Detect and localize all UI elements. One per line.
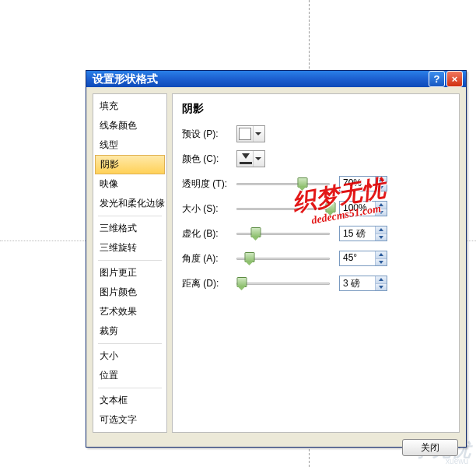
spinner[interactable]: 70%	[339, 176, 387, 191]
sidebar-item-10[interactable]: 图片更正	[93, 263, 166, 283]
shadow-panel: 阴影 预设 (P): 颜色 (C): 透明度 (T):70%大小 (S):100…	[172, 93, 460, 433]
slider-thumb[interactable]	[298, 177, 306, 191]
param-label: 角度 (A):	[182, 252, 236, 265]
spinner[interactable]: 15 磅	[339, 226, 387, 241]
sidebar-item-18[interactable]: 文本框	[93, 391, 166, 410]
spinner-up-icon[interactable]	[376, 276, 387, 284]
sidebar-item-15[interactable]: 大小	[93, 346, 166, 366]
sidebar-separator	[98, 216, 162, 216]
preset-swatch-icon	[239, 128, 251, 140]
slider-thumb[interactable]	[326, 202, 334, 216]
sidebar-item-5[interactable]: 发光和柔化边缘	[93, 194, 166, 213]
spinner-up-icon[interactable]	[376, 177, 387, 184]
sidebar-separator	[98, 388, 162, 388]
spinner-value[interactable]: 45°	[340, 251, 375, 265]
chevron-down-icon	[253, 126, 263, 142]
slider[interactable]	[236, 175, 330, 192]
sidebar-item-12[interactable]: 艺术效果	[93, 302, 166, 321]
param-label: 虚化 (B):	[182, 227, 236, 241]
sidebar-item-11[interactable]: 图片颜色	[93, 283, 166, 302]
preset-label: 预设 (P):	[182, 128, 236, 141]
param-label: 大小 (S):	[182, 202, 236, 216]
sidebar-item-1[interactable]: 线条颜色	[93, 116, 166, 135]
sidebar-item-3[interactable]: 阴影	[95, 155, 165, 174]
close-icon[interactable]: ×	[446, 71, 463, 87]
sidebar-item-16[interactable]: 位置	[93, 366, 166, 385]
fill-bucket-icon	[239, 153, 253, 165]
param-label: 透明度 (T):	[182, 177, 236, 191]
param-label: 距离 (D):	[182, 277, 236, 290]
slider[interactable]	[236, 200, 330, 217]
sidebar-separator	[98, 260, 162, 261]
param-row-4: 距离 (D):3 磅	[182, 275, 450, 292]
category-sidebar: 填充线条颜色线型阴影映像发光和柔化边缘三维格式三维旋转图片更正图片颜色艺术效果裁…	[93, 93, 167, 433]
slider-thumb[interactable]	[237, 277, 246, 291]
slider[interactable]	[236, 275, 330, 292]
param-row-3: 角度 (A):45°	[182, 250, 450, 267]
spinner-down-icon[interactable]	[376, 209, 387, 216]
spinner-down-icon[interactable]	[376, 184, 387, 191]
spinner-down-icon[interactable]	[376, 259, 387, 266]
spinner-value[interactable]: 100%	[340, 202, 375, 216]
slider-thumb[interactable]	[244, 252, 253, 266]
param-row-2: 虚化 (B):15 磅	[182, 225, 450, 242]
sidebar-item-4[interactable]: 映像	[93, 174, 166, 194]
sidebar-item-7[interactable]: 三维格式	[93, 219, 166, 238]
param-row-0: 透明度 (T):70%	[182, 175, 450, 192]
sidebar-separator	[98, 343, 162, 344]
dialog-title: 设置形状格式	[93, 72, 429, 86]
spinner-down-icon[interactable]	[376, 284, 387, 291]
sidebar-item-13[interactable]: 裁剪	[93, 321, 166, 341]
slider[interactable]	[236, 250, 330, 267]
param-row-1: 大小 (S):100%	[182, 200, 450, 217]
spinner-up-icon[interactable]	[376, 251, 387, 259]
spinner-down-icon[interactable]	[376, 234, 387, 241]
format-shape-dialog: 设置形状格式 ? × 填充线条颜色线型阴影映像发光和柔化边缘三维格式三维旋转图片…	[86, 70, 467, 448]
color-label: 颜色 (C):	[182, 153, 236, 166]
spinner-value[interactable]: 15 磅	[340, 226, 375, 241]
slider-thumb[interactable]	[251, 227, 260, 241]
background-watermark-sub: xuewu	[446, 457, 468, 465]
sidebar-item-19[interactable]: 可选文字	[93, 410, 166, 430]
panel-title: 阴影	[182, 102, 450, 116]
titlebar[interactable]: 设置形状格式 ? ×	[86, 71, 466, 87]
sidebar-item-0[interactable]: 填充	[93, 97, 166, 116]
slider[interactable]	[236, 225, 330, 242]
help-button[interactable]: ?	[429, 71, 445, 87]
sidebar-item-2[interactable]: 线型	[93, 135, 166, 155]
spinner-up-icon[interactable]	[376, 226, 387, 234]
preset-dropdown[interactable]	[236, 125, 265, 142]
spinner[interactable]: 45°	[339, 251, 387, 266]
color-dropdown[interactable]	[236, 150, 265, 167]
close-button[interactable]: 关闭	[402, 439, 458, 456]
spinner[interactable]: 100%	[339, 201, 387, 216]
spinner-up-icon[interactable]	[376, 202, 387, 209]
chevron-down-icon	[253, 151, 263, 167]
spinner[interactable]: 3 磅	[339, 276, 387, 291]
spinner-value[interactable]: 3 磅	[340, 276, 375, 290]
spinner-value[interactable]: 70%	[340, 177, 375, 191]
sidebar-item-8[interactable]: 三维旋转	[93, 238, 166, 258]
